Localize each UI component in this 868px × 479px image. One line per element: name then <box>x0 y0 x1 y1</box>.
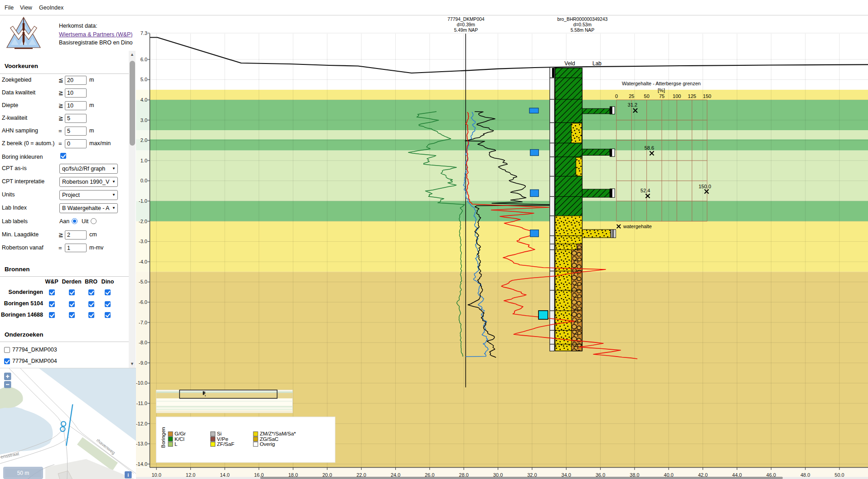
svg-text:2.0: 2.0 <box>141 137 147 143</box>
svg-text:58.6: 58.6 <box>645 145 654 151</box>
svg-text:125: 125 <box>688 93 696 99</box>
svg-text:-10.0: -10.0 <box>136 380 147 386</box>
svg-text:Si: Si <box>217 431 222 436</box>
svg-text:d=0.53m: d=0.53m <box>573 22 592 27</box>
svg-text:12.0: 12.0 <box>186 472 195 478</box>
svg-text:d=0.39m: d=0.39m <box>457 22 475 27</box>
svg-text:-13.0: -13.0 <box>136 441 147 446</box>
svg-text:150.0: 150.0 <box>698 184 711 189</box>
svg-text:-12.0: -12.0 <box>136 421 147 426</box>
svg-text:Watergehalte - Atterbergse gre: Watergehalte - Atterbergse grenzen <box>622 81 701 86</box>
svg-text:0: 0 <box>615 93 618 99</box>
svg-text:-1.0: -1.0 <box>139 198 147 204</box>
svg-text:150: 150 <box>703 93 711 99</box>
svg-text:Boringen: Boringen <box>160 427 166 448</box>
svg-text:1.0: 1.0 <box>141 158 147 163</box>
svg-text:-2.0: -2.0 <box>139 219 147 224</box>
svg-text:-14.0: -14.0 <box>136 461 147 467</box>
svg-text:7.3: 7.3 <box>141 30 147 36</box>
svg-text:L: L <box>175 441 178 447</box>
svg-text:Lab: Lab <box>592 60 601 67</box>
svg-text:ZM/Z*/SaM/Sa*: ZM/Z*/SaM/Sa* <box>260 431 296 436</box>
svg-text:-4.0: -4.0 <box>139 259 147 264</box>
svg-text:Veld: Veld <box>564 60 575 67</box>
svg-text:5.49m NAP: 5.49m NAP <box>454 28 478 33</box>
svg-text:K/Cl: K/Cl <box>175 436 184 442</box>
svg-text:ZF/SaF: ZF/SaF <box>217 441 234 447</box>
svg-text:i: i <box>127 472 129 478</box>
svg-text:5.58m NAP: 5.58m NAP <box>571 28 595 33</box>
svg-text:10.0: 10.0 <box>151 472 161 478</box>
svg-text:5.0: 5.0 <box>141 77 147 82</box>
svg-text:-11.0: -11.0 <box>136 401 147 406</box>
svg-text:14.0: 14.0 <box>220 472 229 478</box>
svg-text:50 m: 50 m <box>17 470 29 476</box>
svg-text:31.2: 31.2 <box>628 102 637 108</box>
svg-text:50.0: 50.0 <box>834 472 844 478</box>
svg-text:-9.0: -9.0 <box>139 360 147 366</box>
svg-text:-3.0: -3.0 <box>139 239 147 244</box>
svg-text:watergehalte: watergehalte <box>623 224 652 229</box>
svg-text:50: 50 <box>644 93 650 99</box>
svg-text:75: 75 <box>659 93 664 99</box>
svg-text:4.0: 4.0 <box>141 97 147 103</box>
svg-text:77794_DKMP004: 77794_DKMP004 <box>447 17 485 22</box>
svg-text:V/Pe: V/Pe <box>217 436 228 442</box>
svg-text:-8.0: -8.0 <box>139 340 147 345</box>
svg-text:Overig: Overig <box>260 441 275 447</box>
svg-text:-5.0: -5.0 <box>139 279 147 284</box>
svg-text:48.0: 48.0 <box>800 472 810 478</box>
svg-text:-7.0: -7.0 <box>139 320 147 325</box>
svg-text:0.0: 0.0 <box>141 178 147 183</box>
svg-text:[%]: [%] <box>658 88 665 93</box>
svg-text:3.0: 3.0 <box>141 117 147 123</box>
svg-text:bro_BHR000000349243: bro_BHR000000349243 <box>557 17 607 22</box>
svg-text:-6.0: -6.0 <box>139 299 147 305</box>
svg-text:100: 100 <box>673 93 681 99</box>
svg-text:G/Gr: G/Gr <box>175 431 186 436</box>
svg-text:52.4: 52.4 <box>640 188 650 193</box>
svg-text:25: 25 <box>629 93 634 99</box>
svg-text:ZG/SaC: ZG/SaC <box>260 436 279 442</box>
svg-text:6.0: 6.0 <box>141 57 147 62</box>
